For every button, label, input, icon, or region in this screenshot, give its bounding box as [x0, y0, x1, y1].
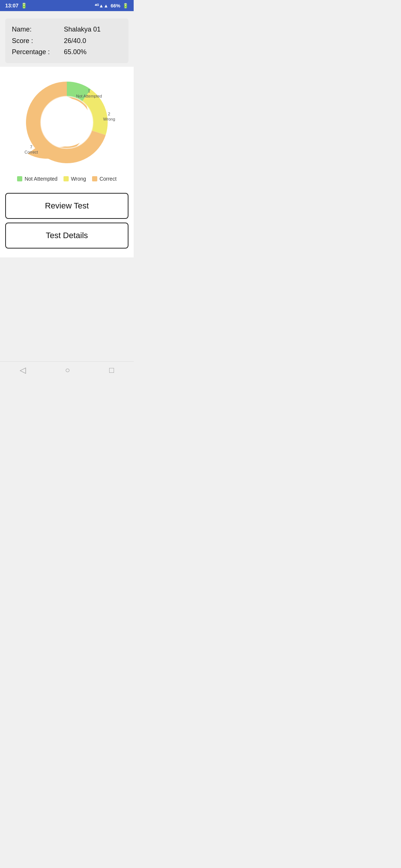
wrong-chart-label: 2 Wrong [103, 111, 115, 122]
score-label: Score : [12, 35, 53, 47]
status-right: ⁴ᴳ▲▲ 66% 🔋 [95, 3, 128, 9]
battery-icon: 🔋 [123, 3, 128, 9]
not-attempted-legend-dot [17, 176, 22, 181]
back-button[interactable]: ◁ [20, 365, 26, 375]
status-left: 13:07 🔋 [5, 3, 27, 9]
battery-percent: 66% [111, 3, 120, 9]
legend-not-attempted: Not Attempted [17, 176, 58, 182]
correct-chart-label: 7 Correct [25, 144, 38, 155]
test-details-button[interactable]: Test Details [5, 223, 128, 249]
recent-button[interactable]: □ [109, 365, 114, 375]
wrong-text: Wrong [103, 116, 115, 122]
name-value: Shalakya 01 [64, 24, 101, 35]
buttons-area: Review Test Test Details [0, 193, 134, 257]
legend-correct: Correct [92, 176, 117, 182]
name-label: Name: [12, 24, 53, 35]
percentage-row: Percentage : 65.00% [12, 46, 122, 58]
legend-wrong: Wrong [63, 176, 86, 182]
not-attempted-text: Not Attempted [76, 93, 102, 99]
time: 13:07 [5, 3, 19, 9]
spacer [0, 257, 134, 354]
chart-container: 1 Not Attempted 2 Wrong 7 Correct Not At… [0, 67, 134, 193]
signal-icon: ⁴ᴳ▲▲ [95, 3, 108, 9]
not-attempted-legend-label: Not Attempted [25, 176, 58, 182]
status-bar: 13:07 🔋 ⁴ᴳ▲▲ 66% 🔋 [0, 0, 134, 11]
notification-icon: 🔋 [21, 3, 27, 9]
not-attempted-chart-label: 1 Not Attempted [76, 88, 102, 99]
not-attempted-value: 1 [76, 88, 102, 93]
wrong-value: 2 [103, 111, 115, 116]
wrong-legend-dot [63, 176, 69, 181]
name-row: Name: Shalakya 01 [12, 24, 122, 35]
correct-text: Correct [25, 149, 38, 155]
wrong-legend-label: Wrong [71, 176, 86, 182]
info-card: Name: Shalakya 01 Score : 26/40.0 Percen… [5, 19, 128, 63]
correct-legend-label: Correct [100, 176, 117, 182]
bottom-nav: ◁ ○ □ [0, 361, 134, 379]
donut-chart: 1 Not Attempted 2 Wrong 7 Correct [19, 74, 115, 171]
percentage-label: Percentage : [12, 46, 53, 58]
score-row: Score : 26/40.0 [12, 35, 122, 47]
chart-legend: Not Attempted Wrong Correct [17, 176, 117, 182]
correct-legend-dot [92, 176, 97, 181]
percentage-value: 65.00% [64, 46, 87, 58]
home-button[interactable]: ○ [65, 365, 70, 375]
review-test-button[interactable]: Review Test [5, 193, 128, 219]
score-value: 26/40.0 [64, 35, 86, 47]
svg-point-0 [43, 98, 91, 147]
correct-value: 7 [25, 144, 38, 149]
